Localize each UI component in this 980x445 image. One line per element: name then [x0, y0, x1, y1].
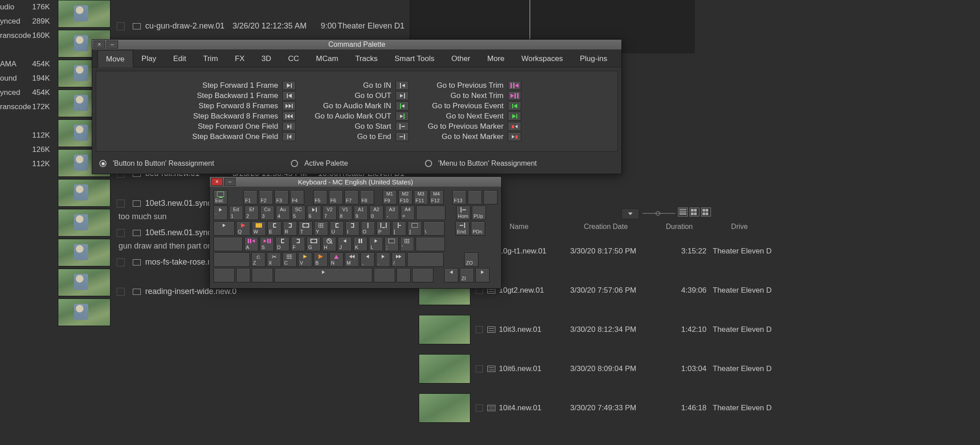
key-s[interactable]: S — [260, 237, 274, 251]
go-to-audio-in-button[interactable] — [396, 102, 409, 110]
bin-row[interactable]: 10g-t1.new.01 3/30/20 8:17:50 PM 3:15:22… — [419, 232, 980, 271]
key-y[interactable]: Y — [314, 221, 328, 236]
key-b[interactable]: B — [314, 253, 328, 267]
clip-checkbox[interactable] — [117, 200, 125, 208]
clip-checkbox[interactable] — [117, 288, 125, 296]
tab-cc[interactable]: CC — [280, 49, 308, 67]
key-d[interactable]: D — [275, 237, 290, 251]
key-ctrl-left[interactable] — [213, 268, 235, 282]
key-f8[interactable]: F8 — [360, 190, 374, 204]
clip-row[interactable]: 10et3.new.01.sync.01 — [117, 199, 223, 208]
tab-smart-tools[interactable]: Smart Tools — [386, 49, 443, 67]
bin-row[interactable]: 10it4.new.01 3/30/20 7:49:33 PM 1:46:18 … — [419, 388, 980, 428]
key-pgup[interactable]: PUp — [472, 206, 486, 220]
clip-thumbnail[interactable] — [58, 269, 110, 296]
key-u[interactable]: U — [330, 221, 344, 236]
key-0[interactable]: A20 — [369, 206, 384, 220]
key-end[interactable]: End — [455, 221, 470, 236]
key-f5[interactable]: F5 — [313, 190, 327, 204]
key-capslock[interactable] — [213, 237, 243, 251]
clip-thumbnail[interactable] — [58, 209, 110, 237]
go-to-start-button[interactable] — [396, 122, 409, 131]
key-o[interactable]: O — [361, 221, 375, 236]
key-backslash[interactable]: \ — [423, 221, 445, 236]
bin-row[interactable]: 10it3.new.01 3/30/20 8:12:34 PM 1:42:10 … — [419, 310, 980, 349]
step-backward-field-button[interactable] — [282, 132, 296, 141]
key-r[interactable]: R — [283, 221, 297, 236]
clip-row[interactable]: 10et5.new.01.sync.01 — [117, 228, 223, 237]
key-f3[interactable]: F3 — [274, 190, 289, 204]
key-zoom-in[interactable]: ZI — [460, 268, 474, 282]
key-arrow-left[interactable] — [444, 268, 458, 282]
list-view-button[interactable] — [678, 208, 688, 216]
col-date[interactable]: Creation Date — [561, 223, 650, 231]
key-f6[interactable]: F6 — [329, 190, 343, 204]
go-to-next-event-button[interactable] — [508, 112, 521, 121]
key-equals[interactable]: A4= — [400, 206, 415, 220]
key-backspace[interactable] — [416, 206, 445, 220]
key-w[interactable]: W — [252, 221, 266, 236]
key-alt-left[interactable] — [252, 268, 273, 282]
tab-other[interactable]: Other — [443, 49, 479, 67]
key-comma[interactable]: , — [360, 253, 375, 267]
key-minus[interactable]: A3- — [385, 206, 399, 220]
key-f2[interactable]: F2 — [259, 190, 273, 204]
key-x[interactable]: ✂X — [267, 253, 281, 267]
bin-row[interactable]: 10gt2.new.01 3/30/20 7:57:06 PM 4:39:06 … — [419, 271, 980, 310]
tab-tracks[interactable]: Tracks — [347, 49, 386, 67]
clip-thumbnail[interactable] — [419, 393, 470, 423]
tab-plugins[interactable]: Plug-ins — [572, 49, 616, 67]
tab-trim[interactable]: Trim — [195, 49, 226, 67]
bin-row[interactable]: 10it6.new.01 3/30/20 8:09:04 PM 1:03:04 … — [419, 349, 980, 388]
key-space[interactable] — [274, 268, 372, 282]
key-v[interactable]: V — [298, 253, 312, 267]
key-6[interactable]: 6 — [307, 206, 321, 220]
col-duration[interactable]: Duration — [650, 223, 708, 231]
go-to-end-button[interactable] — [396, 132, 409, 141]
go-to-audio-out-button[interactable] — [396, 112, 409, 121]
key-alt-right[interactable] — [374, 268, 395, 282]
key-2[interactable]: Ef2 — [245, 206, 259, 220]
key-esc[interactable]: Esc — [213, 190, 228, 204]
key-rbracket[interactable]: ] — [408, 221, 422, 236]
key-enter[interactable] — [416, 237, 445, 251]
key-f15[interactable] — [483, 190, 498, 204]
key-f4[interactable]: F4 — [290, 190, 304, 204]
clip-thumbnail[interactable] — [419, 315, 470, 344]
key-f12[interactable]: M4F12 — [429, 190, 444, 204]
clip-checkbox[interactable] — [117, 22, 125, 30]
key-5[interactable]: SC5 — [291, 206, 306, 220]
window-titlebar[interactable]: × – Command Palette — [92, 40, 621, 49]
tab-workspaces[interactable]: Workspaces — [513, 49, 572, 67]
key-a[interactable]: A — [244, 237, 258, 251]
radio-active-palette[interactable] — [291, 160, 298, 167]
step-backward-8-frames-button[interactable] — [282, 112, 296, 121]
key-8[interactable]: V18 — [338, 206, 352, 220]
clip-checkbox[interactable] — [476, 326, 483, 333]
key-m[interactable]: M — [345, 253, 359, 267]
key-9[interactable]: A19 — [354, 206, 368, 220]
go-to-prev-event-button[interactable] — [508, 102, 521, 110]
clip-thumbnail[interactable] — [58, 179, 110, 207]
go-to-out-button[interactable] — [396, 91, 409, 100]
clip-checkbox[interactable] — [117, 229, 125, 237]
key-g[interactable]: G — [306, 237, 321, 251]
radio-menu-to-button[interactable] — [425, 160, 432, 167]
large-grid-view-button[interactable] — [701, 208, 711, 216]
key-k[interactable]: K — [353, 237, 368, 251]
key-f11[interactable]: M3F11 — [414, 190, 428, 204]
key-home[interactable]: Hom — [456, 206, 470, 220]
step-forward-8-frames-button[interactable] — [282, 102, 296, 110]
key-f10[interactable]: M2F10 — [398, 190, 412, 204]
key-shift-right[interactable] — [407, 253, 444, 267]
key-i[interactable]: I — [345, 221, 359, 236]
key-lbracket[interactable]: [ — [392, 221, 406, 236]
go-to-in-button[interactable] — [396, 81, 409, 90]
key-j[interactable]: J — [338, 237, 352, 251]
tab-play[interactable]: Play — [133, 49, 165, 67]
key-3[interactable]: Co3 — [260, 206, 274, 220]
key-ctrl-right[interactable] — [412, 268, 433, 282]
key-e[interactable]: E — [267, 221, 282, 236]
key-tab[interactable] — [213, 221, 235, 236]
key-n[interactable]: N — [329, 253, 343, 267]
